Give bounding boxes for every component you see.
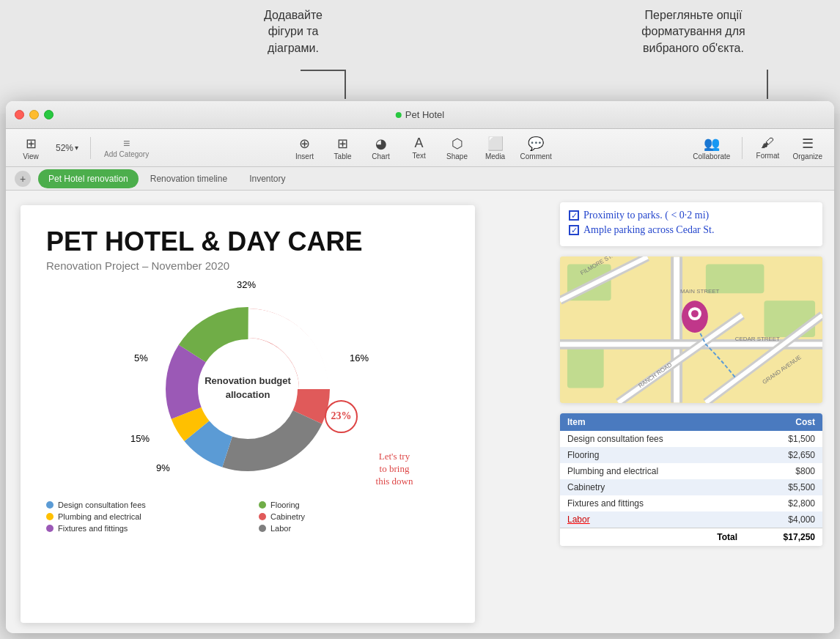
- organize-icon: ☰: [802, 136, 814, 152]
- chart-center-line1: Renovation budget: [205, 375, 291, 386]
- titlebar: Pet Hotel: [6, 101, 834, 129]
- callout-left: Додавайтефігури тадіаграми.: [264, 7, 323, 56]
- table-total-label: Total: [560, 528, 745, 547]
- format-icon: 🖌: [761, 136, 774, 151]
- legend-dot-cabinetry: [259, 513, 266, 520]
- legend-dot-flooring: [259, 501, 266, 509]
- chart-container: 32% 5% 15% 9% 16%: [123, 287, 372, 492]
- table-row: Cabinetry $5,500: [560, 479, 822, 495]
- toolbar: ⊞ View 52% ▾ ≡ Add Category ⊕ Insert ⊞ T…: [6, 129, 834, 167]
- table-total-value: $17,250: [745, 528, 822, 547]
- media-icon: ⬜: [487, 136, 504, 152]
- toolbar-sep-2: [742, 137, 743, 159]
- chart-label-16: 16%: [350, 352, 369, 363]
- chart-icon: ◕: [375, 136, 387, 152]
- callout-area: Додавайтефігури тадіаграми. Перегляньте …: [0, 0, 840, 114]
- right-panel: ✓ Proximity to parks. ( < 0·2 mi) ✓ Ampl…: [548, 191, 834, 633]
- donut-chart: Renovation budget allocation: [145, 287, 350, 492]
- minimize-button[interactable]: [29, 110, 39, 119]
- callout-right: Перегляньте опціїформатування длявибрано…: [613, 7, 774, 56]
- shape-icon: ⬡: [452, 136, 463, 152]
- legend-item-plumbing: Plumbing and electrical: [46, 512, 237, 521]
- table-cell-cost-1: $1,500: [745, 431, 822, 447]
- table-row-labor: Labor $4,000: [560, 511, 822, 528]
- table-cell-cost-5: $2,800: [745, 495, 822, 511]
- legend-dot-plumbing: [46, 513, 54, 520]
- add-tab-button[interactable]: +: [15, 171, 31, 187]
- svg-rect-5: [567, 344, 604, 388]
- table-header-item: Item: [560, 413, 745, 431]
- canvas-area[interactable]: PET HOTEL & DAY CARE Renovation Project …: [6, 191, 548, 633]
- format-button[interactable]: 🖌 Format: [750, 132, 785, 164]
- annotation-23-area: 23%: [325, 400, 358, 433]
- tab-inventory[interactable]: Inventory: [239, 169, 295, 188]
- tabs-bar: + Pet Hotel renovation Renovation timeli…: [6, 167, 834, 191]
- svg-text:CEDAR STREET: CEDAR STREET: [735, 336, 780, 342]
- tab-renovation-timeline[interactable]: Renovation timeline: [140, 169, 237, 188]
- maximize-button[interactable]: [44, 110, 54, 119]
- zoom-control[interactable]: 52% ▾: [51, 141, 83, 155]
- hw-checkbox-2: ✓ Ample parking across Cedar St.: [569, 224, 814, 236]
- table-button[interactable]: ⊞ Table: [325, 132, 361, 164]
- toolbar-sep-1: [90, 137, 91, 159]
- legend-item-labor: Labor: [259, 524, 449, 533]
- budget-table: Item Cost Design consultation fees $1,50…: [560, 413, 822, 546]
- collaborate-icon: 👥: [704, 136, 720, 152]
- chart-label-32: 32%: [237, 279, 256, 290]
- table-cell-item-5: Fixtures and fittings: [560, 495, 745, 511]
- table-cell-item-6: Labor: [560, 511, 745, 528]
- add-category-icon: ≡: [123, 137, 130, 150]
- table-cell-item-4: Cabinetry: [560, 479, 745, 495]
- collaborate-button[interactable]: 👥 Collaborate: [688, 132, 734, 164]
- view-icon: ⊞: [26, 136, 37, 152]
- hw-cb-1: ✓: [569, 210, 579, 221]
- table-row: Flooring $2,650: [560, 447, 822, 463]
- document-title: PET HOTEL & DAY CARE: [46, 227, 449, 256]
- callout-line-left-h: [301, 70, 346, 71]
- comment-icon: 💬: [528, 136, 544, 152]
- insert-icon: ⊕: [299, 136, 310, 152]
- media-button[interactable]: ⬜ Media: [478, 132, 513, 164]
- traffic-lights: [15, 110, 54, 119]
- shape-button[interactable]: ⬡ Shape: [440, 132, 475, 164]
- table-cell-cost-3: $800: [745, 463, 822, 479]
- chevron-down-icon: ▾: [75, 144, 78, 152]
- callout-line-right: [767, 70, 768, 99]
- text-icon: A: [415, 136, 424, 151]
- hw-checkbox-1: ✓ Proximity to parks. ( < 0·2 mi): [569, 210, 814, 221]
- table-cell-cost-4: $5,500: [745, 479, 822, 495]
- handwriting-box: ✓ Proximity to parks. ( < 0·2 mi) ✓ Ampl…: [560, 202, 822, 246]
- text-button[interactable]: A Text: [402, 132, 437, 164]
- app-window: Pet Hotel ⊞ View 52% ▾ ≡ Add Category ⊕ …: [6, 101, 834, 633]
- main-content: PET HOTEL & DAY CARE Renovation Project …: [6, 191, 834, 633]
- legend-item-flooring: Flooring: [259, 501, 449, 509]
- comment-button[interactable]: 💬 Comment: [516, 132, 556, 164]
- add-category-button[interactable]: ≡ Add Category: [98, 136, 155, 160]
- chart-label-9: 9%: [156, 462, 170, 473]
- view-button[interactable]: ⊞ View: [13, 132, 48, 164]
- annotation-23-circle: 23%: [325, 400, 358, 433]
- map-svg: FILMORE ST. MAIN STREET CEDAR STREET RAN…: [560, 256, 822, 403]
- chart-center-line2: allocation: [226, 389, 270, 400]
- svg-text:MAIN STREET: MAIN STREET: [680, 288, 720, 295]
- title-status-dot: [396, 112, 402, 118]
- chart-label-15: 15%: [130, 433, 150, 444]
- insert-button[interactable]: ⊕ Insert: [287, 132, 323, 164]
- organize-button[interactable]: ☰ Organize: [788, 132, 827, 164]
- table-row: Plumbing and electrical $800: [560, 463, 822, 479]
- legend-dot-labor: [259, 525, 266, 532]
- chart-label-5: 5%: [134, 352, 148, 363]
- table-icon: ⊞: [337, 136, 348, 152]
- document-page: PET HOTEL & DAY CARE Renovation Project …: [21, 205, 475, 623]
- budget-table-element: Item Cost Design consultation fees $1,50…: [560, 413, 822, 546]
- table-cell-item-3: Plumbing and electrical: [560, 463, 745, 479]
- chart-button[interactable]: ◕ Chart: [364, 132, 399, 164]
- table-cell-item-1: Design consultation fees: [560, 431, 745, 447]
- bring-down-annotation: Let's tryto bringthis down: [358, 451, 431, 488]
- close-button[interactable]: [15, 110, 24, 119]
- tab-pet-hotel-renovation[interactable]: Pet Hotel renovation: [38, 169, 139, 188]
- callout-line-left: [345, 70, 346, 99]
- table-header-row: Item Cost: [560, 413, 822, 431]
- legend-dot-fixtures: [46, 525, 54, 532]
- chart-legend: Design consultation fees Flooring Plumbi…: [46, 501, 449, 533]
